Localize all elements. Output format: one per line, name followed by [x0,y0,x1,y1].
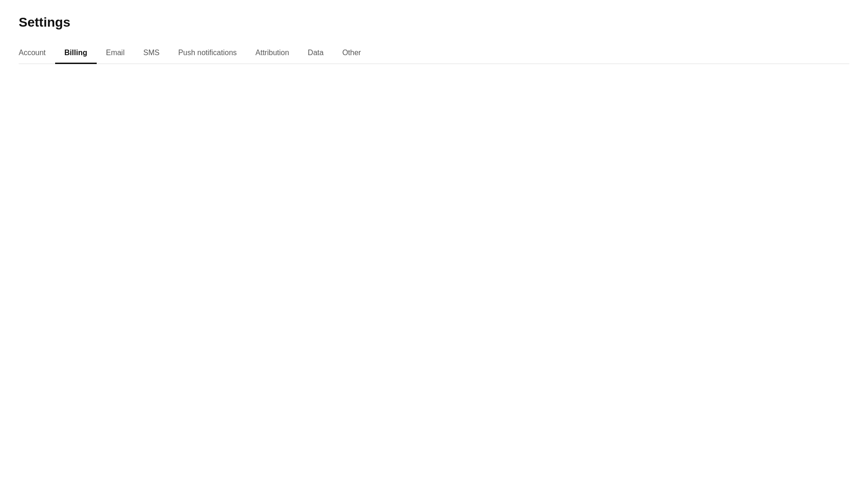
tab-email[interactable]: Email [97,43,134,64]
tab-data[interactable]: Data [299,43,333,64]
tab-billing[interactable]: Billing [55,43,97,64]
top-nav: Account Billing Email SMS Push notificat… [19,43,849,64]
tab-push-notifications[interactable]: Push notifications [169,43,246,64]
page-wrapper: Settings Account Billing Email SMS Push … [0,0,868,488]
page-title: Settings [19,15,849,30]
tab-account[interactable]: Account [19,43,55,64]
tab-other[interactable]: Other [333,43,370,64]
tab-attribution[interactable]: Attribution [246,43,299,64]
tab-sms[interactable]: SMS [134,43,169,64]
